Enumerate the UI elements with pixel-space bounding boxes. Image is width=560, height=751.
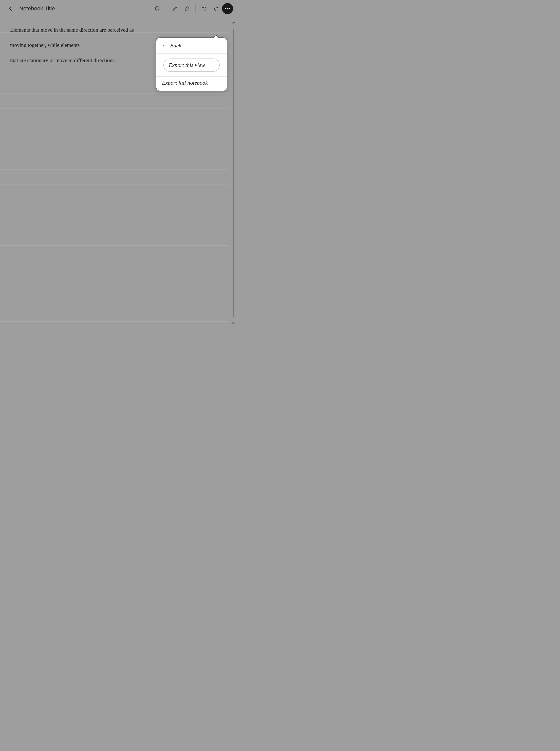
notebook-title: Notebook Title — [19, 5, 55, 12]
toolbar-center — [152, 3, 222, 14]
toolbar-right: ••• — [222, 3, 233, 14]
more-button[interactable]: ••• — [222, 3, 233, 14]
toolbar-divider-2 — [195, 4, 196, 13]
scrollbar-track — [229, 17, 238, 329]
redo-button[interactable] — [211, 3, 222, 14]
toolbar: Notebook Title — [0, 0, 238, 17]
line — [0, 184, 238, 185]
line — [0, 169, 238, 170]
lasso-button[interactable] — [152, 3, 163, 14]
line — [0, 276, 238, 276]
line — [0, 260, 238, 261]
line — [0, 291, 238, 291]
eraser-button[interactable] — [181, 3, 192, 14]
menu-back-item[interactable]: ← Back — [156, 38, 227, 54]
line — [0, 200, 238, 200]
dropdown-menu: ← Back Export this view Export full note… — [156, 38, 227, 91]
export-view-item[interactable]: Export this view — [163, 59, 220, 72]
export-view-label: Export this view — [169, 62, 205, 68]
scroll-down-button[interactable] — [229, 317, 238, 329]
line — [0, 124, 238, 124]
export-notebook-item[interactable]: Export full notebook — [156, 77, 227, 91]
line — [0, 230, 238, 231]
scroll-up-button[interactable] — [229, 17, 238, 28]
line — [0, 108, 238, 109]
export-view-wrapper: Export this view — [156, 54, 227, 76]
pen-button[interactable] — [169, 3, 180, 14]
undo-button[interactable] — [199, 3, 210, 14]
line — [0, 306, 238, 307]
back-label: Back — [170, 42, 181, 49]
export-notebook-label: Export full notebook — [162, 80, 208, 86]
line — [0, 215, 238, 215]
back-button[interactable] — [5, 3, 16, 14]
scrollbar-track-inner — [229, 28, 238, 317]
back-arrow-icon: ← — [162, 43, 166, 48]
toolbar-left: Notebook Title — [5, 3, 152, 14]
dropdown-arrow — [213, 35, 218, 38]
line — [0, 93, 238, 94]
scrollbar-thumb — [233, 28, 234, 317]
line — [0, 321, 238, 322]
notebook-area: Elements that move in the same direction… — [0, 17, 238, 329]
toolbar-divider-1 — [166, 4, 166, 13]
